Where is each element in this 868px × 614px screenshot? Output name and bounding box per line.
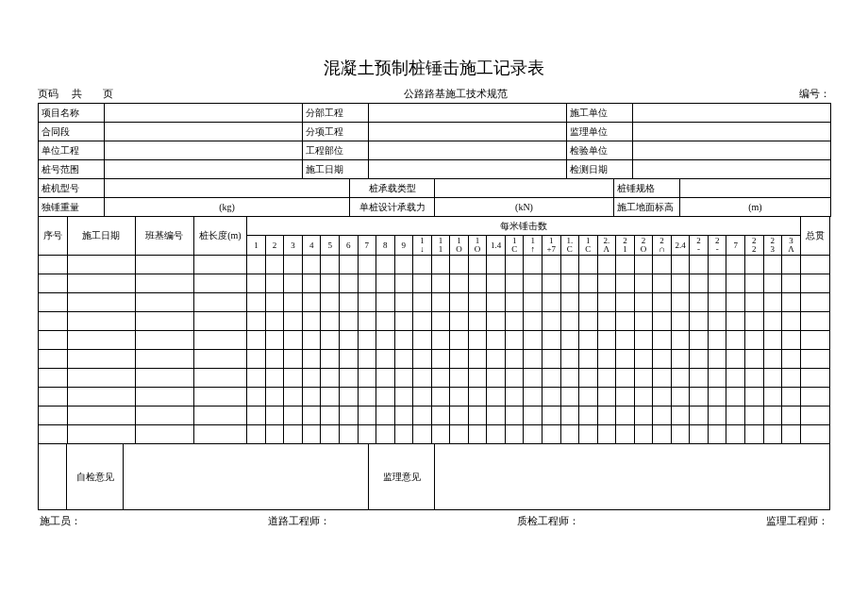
cell [193, 274, 247, 293]
cell [597, 369, 616, 388]
cell [690, 293, 709, 312]
cell [579, 388, 598, 407]
cell [339, 425, 358, 444]
cell [560, 274, 579, 293]
cell [39, 388, 68, 407]
cell [616, 407, 635, 425]
cell [579, 425, 598, 444]
cell [450, 350, 469, 369]
cell [542, 369, 560, 388]
cell [744, 312, 763, 331]
cell [487, 274, 506, 293]
cell [542, 331, 560, 350]
cell [800, 425, 829, 444]
col-header: 施工日期 [67, 217, 135, 256]
cell [690, 388, 709, 407]
cell [358, 312, 376, 331]
cell [358, 331, 376, 350]
cell [524, 407, 542, 425]
elev-unit: (m) [680, 198, 831, 217]
cell [413, 293, 432, 312]
cell [708, 388, 726, 407]
col-num: 2 1 [616, 236, 635, 256]
cell [358, 350, 376, 369]
col-header: 序号 [39, 217, 68, 256]
cell [67, 369, 135, 388]
cell [690, 256, 709, 274]
cell [524, 256, 542, 274]
cell [321, 350, 340, 369]
cell [634, 369, 653, 388]
cell [450, 312, 469, 331]
cell [394, 331, 413, 350]
val [369, 104, 567, 123]
cell [431, 407, 450, 425]
footer: 施工员： 道路工程师： 质检工程师： 监理工程师： [38, 509, 830, 528]
cell [135, 293, 193, 312]
lbl-super-unit: 监理单位 [567, 123, 633, 141]
cell [744, 407, 763, 425]
header-table: 项目名称 分部工程 施工单位 合同段 分项工程 监理单位 单位工程 工程部位 检… [38, 103, 831, 179]
cell [671, 350, 690, 369]
cell [782, 331, 801, 350]
cell [247, 312, 266, 331]
cell [690, 312, 709, 331]
cell [247, 293, 266, 312]
cell [302, 350, 321, 369]
cell [67, 331, 135, 350]
col-num: 2 3 [763, 236, 782, 256]
col-num: 1 +7 [542, 236, 560, 256]
cell [339, 312, 358, 331]
col-num: 1 C [505, 236, 524, 256]
cell [358, 407, 376, 425]
cell [634, 293, 653, 312]
cell [542, 274, 560, 293]
cell [135, 350, 193, 369]
cell [321, 425, 340, 444]
cell [376, 350, 395, 369]
cell [597, 350, 616, 369]
cell [39, 312, 68, 331]
cell [321, 331, 340, 350]
cell [302, 331, 321, 350]
col-num: 9 [394, 236, 413, 256]
cell [39, 350, 68, 369]
cell [671, 369, 690, 388]
col-header: 班基编号 [135, 217, 193, 256]
cell [524, 293, 542, 312]
cell [763, 369, 782, 388]
lbl-test-date: 检测日期 [567, 160, 633, 179]
col-num: 7 [726, 236, 745, 256]
cell [616, 350, 635, 369]
col-num: 1.4 [487, 236, 506, 256]
cell [597, 256, 616, 274]
lbl-sub-project: 分部工程 [303, 104, 369, 123]
lbl-contract: 合同段 [39, 123, 105, 141]
cell [505, 425, 524, 444]
data-grid: 序号施工日期班基编号桩长度(m)每米锤击数总贯1234567891 ↓1 11 … [38, 216, 830, 444]
cell [302, 274, 321, 293]
cell [579, 256, 598, 274]
lbl-hammer-weight: 独锤重量 [39, 198, 105, 217]
cell [744, 425, 763, 444]
cell [450, 293, 469, 312]
col-header: 桩长度(m) [193, 217, 247, 256]
cell [431, 369, 450, 388]
cell [394, 274, 413, 293]
lbl-design-cap: 单桩设计承载力 [350, 198, 435, 217]
cell [468, 388, 487, 407]
cell [247, 425, 266, 444]
cell [763, 407, 782, 425]
cell [671, 425, 690, 444]
cell [763, 293, 782, 312]
cell [39, 293, 68, 312]
lbl-inspect-unit: 检验单位 [567, 141, 633, 160]
cell [135, 425, 193, 444]
cell [763, 350, 782, 369]
cell [135, 256, 193, 274]
cell [653, 331, 672, 350]
cell [39, 256, 68, 274]
cell [450, 407, 469, 425]
cell [487, 312, 506, 331]
cell [653, 274, 672, 293]
